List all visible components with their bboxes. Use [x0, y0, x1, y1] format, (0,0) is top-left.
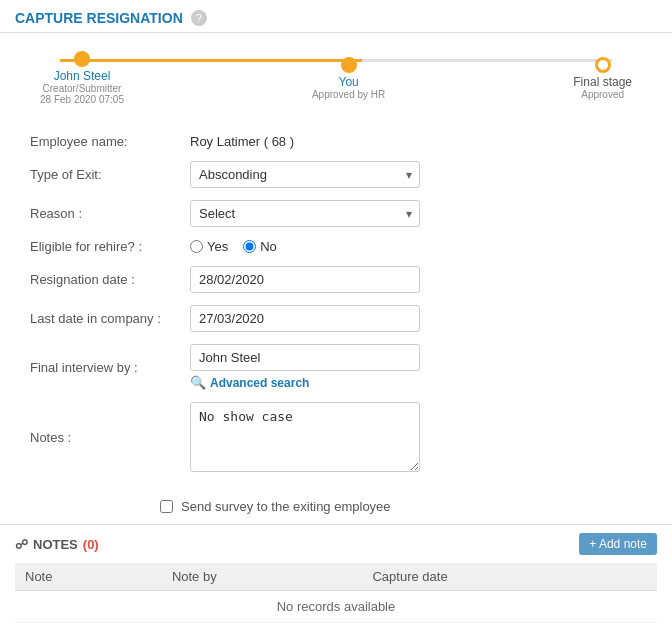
survey-label[interactable]: Send survey to the exiting employee: [181, 499, 391, 514]
workflow-steps: John Steel Creator/Submitter 28 Feb 2020…: [20, 41, 652, 105]
employee-name-value: Roy Latimer ( 68 ): [190, 134, 294, 149]
type-of-exit-wrapper: Absconding Resignation Retirement Dismis…: [190, 161, 420, 188]
workflow-name-creator: John Steel: [54, 69, 111, 83]
eligible-yes-option[interactable]: Yes: [190, 239, 228, 254]
workflow-role-hr: Approved by HR: [312, 89, 385, 100]
advanced-search-label: Advanced search: [210, 376, 309, 390]
eligible-no-label: No: [260, 239, 277, 254]
help-icon[interactable]: ?: [191, 10, 207, 26]
employee-name-row: Employee name: Roy Latimer ( 68 ): [30, 134, 652, 149]
notes-section: ☍ NOTES (0) + Add note Note Note by Capt…: [0, 524, 672, 624]
final-interview-row: Final interview by : 🔍 Advanced search: [30, 344, 652, 390]
type-of-exit-row: Type of Exit: Absconding Resignation Ret…: [30, 161, 652, 188]
type-of-exit-label: Type of Exit:: [30, 167, 190, 182]
header: CAPTURE RESIGNATION ?: [0, 0, 672, 33]
type-of-exit-select[interactable]: Absconding Resignation Retirement Dismis…: [190, 161, 420, 188]
notes-icon: ☍: [15, 537, 28, 552]
resignation-date-row: Resignation date :: [30, 266, 652, 293]
workflow-dot-hr: [341, 57, 357, 73]
workflow-date-creator: 28 Feb 2020 07:05: [40, 94, 124, 105]
col-note: Note: [15, 563, 162, 591]
workflow-name-hr: You: [339, 75, 359, 89]
final-interview-input[interactable]: [190, 344, 420, 371]
notes-section-title: NOTES: [33, 537, 78, 552]
workflow-role-final: Approved: [581, 89, 624, 100]
eligible-no-radio[interactable]: [243, 240, 256, 253]
workflow-role-creator: Creator/Submitter: [43, 83, 122, 94]
table-row-empty: No records available: [15, 591, 657, 623]
last-date-input[interactable]: [190, 305, 420, 332]
eligible-radio-group: Yes No: [190, 239, 277, 254]
workflow-dot-final: [595, 57, 611, 73]
form-section: Employee name: Roy Latimer ( 68 ) Type o…: [0, 119, 672, 494]
eligible-yes-radio[interactable]: [190, 240, 203, 253]
workflow-step-creator: John Steel Creator/Submitter 28 Feb 2020…: [40, 51, 124, 105]
advanced-search-button[interactable]: 🔍 Advanced search: [190, 375, 420, 390]
notes-count: (0): [83, 537, 99, 552]
employee-name-label: Employee name:: [30, 134, 190, 149]
reason-select[interactable]: Select Personal Career Growth Relocation: [190, 200, 420, 227]
workflow-name-final: Final stage: [573, 75, 632, 89]
eligible-row: Eligible for rehire? : Yes No: [30, 239, 652, 254]
workflow-step-hr: You Approved by HR: [312, 57, 385, 100]
workflow-step-final: Final stage Approved: [573, 57, 632, 100]
notes-label: Notes :: [30, 430, 190, 445]
reason-wrapper: Select Personal Career Growth Relocation: [190, 200, 420, 227]
survey-row: Send survey to the exiting employee: [0, 494, 672, 519]
workflow-dot-creator: [74, 51, 90, 67]
notes-textarea[interactable]: No show case: [190, 402, 420, 472]
survey-checkbox[interactable]: [160, 500, 173, 513]
resignation-date-label: Resignation date :: [30, 272, 190, 287]
add-note-button[interactable]: + Add note: [579, 533, 657, 555]
search-icon: 🔍: [190, 375, 206, 390]
notes-header: ☍ NOTES (0) + Add note: [15, 533, 657, 555]
eligible-yes-label: Yes: [207, 239, 228, 254]
notes-table: Note Note by Capture date No records ava…: [15, 563, 657, 623]
eligible-no-option[interactable]: No: [243, 239, 277, 254]
notes-row: Notes : No show case: [30, 402, 652, 472]
resignation-date-input[interactable]: [190, 266, 420, 293]
last-date-label: Last date in company :: [30, 311, 190, 326]
col-capture-date: Capture date: [362, 563, 657, 591]
no-records-text: No records available: [15, 591, 657, 623]
reason-label: Reason :: [30, 206, 190, 221]
eligible-label: Eligible for rehire? :: [30, 239, 190, 254]
reason-row: Reason : Select Personal Career Growth R…: [30, 200, 652, 227]
col-note-by: Note by: [162, 563, 363, 591]
notes-title: ☍ NOTES (0): [15, 537, 99, 552]
final-interview-label: Final interview by :: [30, 360, 190, 375]
last-date-row: Last date in company :: [30, 305, 652, 332]
page-title: CAPTURE RESIGNATION: [15, 10, 183, 26]
